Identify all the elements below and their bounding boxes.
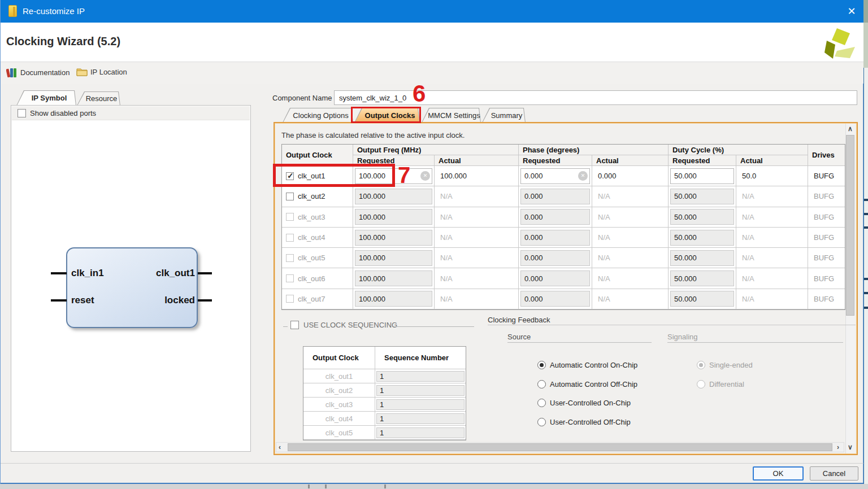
clk-out2-phase-requested-input: 0.000: [520, 189, 590, 204]
use-clock-sequencing-label: USE CLOCK SEQUENCING: [303, 321, 397, 329]
tab-resource[interactable]: Resource: [77, 91, 120, 106]
scroll-down-icon[interactable]: ∨: [848, 443, 853, 451]
clk-out2-duty-actual: N/A: [736, 186, 808, 207]
col-header-drives: Drives: [808, 145, 845, 166]
recustomize-ip-dialog: Re-customize IP ✕ Clocking Wizard (5.2): [0, 0, 863, 484]
clk-out4-checkbox[interactable]: [286, 234, 294, 242]
radio-automatic-control-off-chip[interactable]: [537, 380, 546, 388]
table-row: clk_out7: [282, 289, 353, 309]
radio-user-controlled-off-chip[interactable]: [537, 418, 546, 426]
clk-out5-duty-requested-input: 50.000: [670, 250, 734, 266]
clear-icon[interactable]: ✕: [420, 171, 430, 181]
ip-location-button[interactable]: IP Location: [76, 67, 127, 77]
documentation-button[interactable]: Documentation: [6, 67, 70, 78]
dialog-document-icon: [8, 5, 17, 17]
clk-out2-phase-actual: N/A: [592, 186, 669, 207]
clk-out1-duty-actual: 50.0: [736, 166, 808, 186]
clk-out2-checkbox[interactable]: [286, 193, 294, 200]
col-header-phase: Phase (degrees): [519, 145, 669, 155]
clear-icon[interactable]: ✕: [578, 171, 588, 181]
clk-out6-phase-requested-input: 0.000: [520, 270, 590, 286]
annotation-step-6: 6: [413, 80, 426, 107]
use-clock-sequencing-checkbox[interactable]: [290, 321, 299, 329]
horizontal-scrollbar[interactable]: ‹ ›: [276, 442, 844, 452]
close-icon[interactable]: ✕: [843, 3, 861, 19]
clk-out2-drives: BUFG: [808, 186, 845, 207]
clk-out3-phase-requested-input: 0.000: [520, 209, 590, 225]
scroll-right-icon[interactable]: ›: [837, 443, 839, 451]
horizontal-scrollbar-thumb[interactable]: [288, 443, 832, 451]
ok-button[interactable]: OK: [753, 466, 804, 481]
radio-single-ended: [697, 361, 705, 369]
clk-out1-freq-actual: 100.000: [435, 166, 519, 186]
radio-automatic-control-on-chip[interactable]: [537, 361, 546, 369]
table-row: clk_out6: [282, 268, 353, 289]
col-header-duty-cycle: Duty Cycle (%): [669, 145, 808, 155]
annotation-box-output-clocks-tab: [351, 107, 421, 123]
seq-clk-out5-number-input: 1: [376, 427, 465, 438]
clk-out7-checkbox[interactable]: [286, 295, 294, 303]
dialog-header: Clocking Wizard (5.2): [1, 23, 863, 62]
scroll-up-icon[interactable]: ∧: [848, 125, 853, 133]
seq-clk-out5-label: clk_out5: [303, 426, 375, 440]
xilinx-logo-icon: [823, 27, 856, 61]
clk-out3-phase-actual: N/A: [592, 207, 669, 228]
show-disabled-ports-label: Show disabled ports: [30, 109, 96, 117]
clk-out7-phase-actual: N/A: [592, 289, 669, 309]
tab-mmcm-settings[interactable]: MMCM Settings: [422, 108, 481, 123]
seq-clk-out2-number-input: 1: [376, 385, 465, 396]
clk-out6-freq-actual: N/A: [435, 268, 519, 289]
clk-out3-freq-requested-input: 100.000: [355, 209, 432, 225]
port-stub-clk-out1: [198, 272, 212, 274]
clk-out7-duty-requested-input: 50.000: [670, 291, 734, 307]
taskbar-sliver: [0, 484, 868, 489]
radio-user-controlled-on-chip[interactable]: [537, 399, 546, 407]
title-bar: Re-customize IP ✕: [1, 0, 863, 23]
port-label-locked: locked: [154, 295, 195, 306]
background-window-sliver: [863, 0, 868, 484]
port-label-clk-in1: clk_in1: [71, 268, 104, 279]
scroll-left-icon[interactable]: ‹: [279, 443, 281, 451]
clk-out3-checkbox[interactable]: [286, 213, 294, 221]
clk-out4-drives: BUFG: [808, 228, 845, 248]
col-header-output-clock: Output Clock: [282, 145, 353, 166]
clk-out5-freq-actual: N/A: [435, 248, 519, 268]
col-header-output-freq: Output Freq (MHz): [353, 145, 519, 155]
clk-out3-duty-actual: N/A: [736, 207, 808, 228]
component-name-label: Component Name: [272, 94, 332, 102]
clk-out2-freq-actual: N/A: [435, 186, 519, 207]
tab-summary[interactable]: Summary: [482, 108, 526, 123]
show-disabled-ports-checkbox[interactable]: [18, 109, 26, 117]
seq-clk-out1-number-input: 1: [376, 371, 465, 382]
ip-symbol-block: [66, 247, 198, 328]
clk-out5-phase-requested-input: 0.000: [520, 250, 590, 266]
clk-out6-duty-requested-input: 50.000: [670, 270, 734, 286]
vertical-scrollbar-thumb[interactable]: [846, 135, 854, 316]
subheader-phase-requested: Requested: [519, 155, 592, 166]
annotation-box-clk-out1-row: [273, 164, 395, 187]
seq-col-output-clock: Output Clock: [303, 347, 375, 369]
clk-out6-duty-actual: N/A: [736, 268, 808, 289]
tab-ip-symbol[interactable]: IP Symbol: [16, 90, 76, 106]
tab-clocking-options[interactable]: Clocking Options: [283, 108, 353, 123]
port-stub-locked: [198, 299, 212, 302]
port-stub-reset: [51, 299, 67, 302]
clk-out6-checkbox[interactable]: [286, 274, 294, 282]
clk-out1-duty-requested-input[interactable]: 50.000: [670, 168, 734, 184]
subheader-freq-actual: Actual: [435, 155, 519, 166]
clk-out7-phase-requested-input: 0.000: [520, 291, 590, 307]
phase-note: The phase is calculated relative to the …: [281, 131, 465, 139]
table-row: clk_out3: [282, 207, 353, 228]
clk-out1-phase-requested-input[interactable]: 0.000 ✕: [520, 168, 590, 184]
cancel-button[interactable]: Cancel: [810, 466, 858, 481]
page-title: Clocking Wizard (5.2): [6, 35, 120, 48]
subheader-phase-actual: Actual: [592, 155, 669, 166]
sequence-table: Output Clock Sequence Number clk_out1 1 …: [303, 346, 466, 440]
window-title: Re-customize IP: [23, 6, 85, 16]
screen: Re-customize IP ✕ Clocking Wizard (5.2): [0, 0, 868, 489]
clk-out5-checkbox[interactable]: [286, 254, 294, 262]
clk-out3-freq-actual: N/A: [435, 207, 519, 228]
subheader-duty-requested: Requested: [669, 155, 736, 166]
clk-out5-drives: BUFG: [808, 248, 845, 268]
seq-clk-out4-number-input: 1: [376, 413, 465, 424]
